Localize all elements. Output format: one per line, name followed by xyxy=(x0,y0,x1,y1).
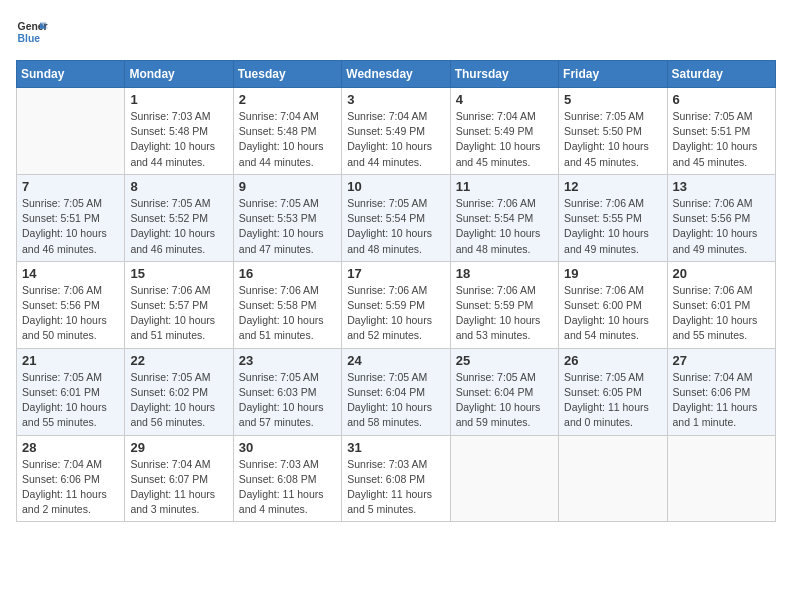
day-number: 21 xyxy=(22,353,119,368)
calendar-cell: 3Sunrise: 7:04 AM Sunset: 5:49 PM Daylig… xyxy=(342,88,450,175)
day-number: 24 xyxy=(347,353,444,368)
day-header-wednesday: Wednesday xyxy=(342,61,450,88)
calendar-cell: 23Sunrise: 7:05 AM Sunset: 6:03 PM Dayli… xyxy=(233,348,341,435)
day-info: Sunrise: 7:06 AM Sunset: 5:57 PM Dayligh… xyxy=(130,283,227,344)
day-number: 19 xyxy=(564,266,661,281)
day-info: Sunrise: 7:04 AM Sunset: 6:07 PM Dayligh… xyxy=(130,457,227,518)
calendar-week-2: 7Sunrise: 7:05 AM Sunset: 5:51 PM Daylig… xyxy=(17,174,776,261)
day-info: Sunrise: 7:05 AM Sunset: 6:01 PM Dayligh… xyxy=(22,370,119,431)
calendar-cell: 14Sunrise: 7:06 AM Sunset: 5:56 PM Dayli… xyxy=(17,261,125,348)
day-info: Sunrise: 7:05 AM Sunset: 5:51 PM Dayligh… xyxy=(673,109,770,170)
day-number: 20 xyxy=(673,266,770,281)
calendar-week-3: 14Sunrise: 7:06 AM Sunset: 5:56 PM Dayli… xyxy=(17,261,776,348)
day-number: 13 xyxy=(673,179,770,194)
calendar-cell xyxy=(17,88,125,175)
calendar-cell: 12Sunrise: 7:06 AM Sunset: 5:55 PM Dayli… xyxy=(559,174,667,261)
calendar-cell: 10Sunrise: 7:05 AM Sunset: 5:54 PM Dayli… xyxy=(342,174,450,261)
day-number: 7 xyxy=(22,179,119,194)
calendar-cell xyxy=(450,435,558,522)
day-info: Sunrise: 7:05 AM Sunset: 6:03 PM Dayligh… xyxy=(239,370,336,431)
calendar: SundayMondayTuesdayWednesdayThursdayFrid… xyxy=(16,60,776,522)
calendar-cell: 18Sunrise: 7:06 AM Sunset: 5:59 PM Dayli… xyxy=(450,261,558,348)
day-number: 16 xyxy=(239,266,336,281)
day-info: Sunrise: 7:04 AM Sunset: 5:49 PM Dayligh… xyxy=(456,109,553,170)
day-info: Sunrise: 7:05 AM Sunset: 5:51 PM Dayligh… xyxy=(22,196,119,257)
day-info: Sunrise: 7:05 AM Sunset: 6:04 PM Dayligh… xyxy=(347,370,444,431)
calendar-cell: 26Sunrise: 7:05 AM Sunset: 6:05 PM Dayli… xyxy=(559,348,667,435)
day-number: 28 xyxy=(22,440,119,455)
day-number: 25 xyxy=(456,353,553,368)
calendar-cell: 15Sunrise: 7:06 AM Sunset: 5:57 PM Dayli… xyxy=(125,261,233,348)
day-info: Sunrise: 7:06 AM Sunset: 5:59 PM Dayligh… xyxy=(347,283,444,344)
day-number: 30 xyxy=(239,440,336,455)
svg-text:Blue: Blue xyxy=(18,33,41,44)
calendar-week-1: 1Sunrise: 7:03 AM Sunset: 5:48 PM Daylig… xyxy=(17,88,776,175)
calendar-cell: 8Sunrise: 7:05 AM Sunset: 5:52 PM Daylig… xyxy=(125,174,233,261)
day-info: Sunrise: 7:05 AM Sunset: 6:04 PM Dayligh… xyxy=(456,370,553,431)
day-number: 26 xyxy=(564,353,661,368)
calendar-cell: 13Sunrise: 7:06 AM Sunset: 5:56 PM Dayli… xyxy=(667,174,775,261)
day-number: 11 xyxy=(456,179,553,194)
day-info: Sunrise: 7:04 AM Sunset: 5:49 PM Dayligh… xyxy=(347,109,444,170)
day-number: 27 xyxy=(673,353,770,368)
day-number: 14 xyxy=(22,266,119,281)
calendar-cell: 2Sunrise: 7:04 AM Sunset: 5:48 PM Daylig… xyxy=(233,88,341,175)
day-number: 4 xyxy=(456,92,553,107)
calendar-cell: 19Sunrise: 7:06 AM Sunset: 6:00 PM Dayli… xyxy=(559,261,667,348)
calendar-cell: 17Sunrise: 7:06 AM Sunset: 5:59 PM Dayli… xyxy=(342,261,450,348)
calendar-cell xyxy=(667,435,775,522)
day-header-friday: Friday xyxy=(559,61,667,88)
calendar-cell: 21Sunrise: 7:05 AM Sunset: 6:01 PM Dayli… xyxy=(17,348,125,435)
day-info: Sunrise: 7:06 AM Sunset: 5:56 PM Dayligh… xyxy=(22,283,119,344)
day-number: 23 xyxy=(239,353,336,368)
calendar-cell: 25Sunrise: 7:05 AM Sunset: 6:04 PM Dayli… xyxy=(450,348,558,435)
day-number: 29 xyxy=(130,440,227,455)
day-info: Sunrise: 7:05 AM Sunset: 5:52 PM Dayligh… xyxy=(130,196,227,257)
day-number: 3 xyxy=(347,92,444,107)
logo-icon: General Blue xyxy=(16,16,48,48)
day-number: 18 xyxy=(456,266,553,281)
calendar-cell: 11Sunrise: 7:06 AM Sunset: 5:54 PM Dayli… xyxy=(450,174,558,261)
calendar-cell: 24Sunrise: 7:05 AM Sunset: 6:04 PM Dayli… xyxy=(342,348,450,435)
page-header: General Blue xyxy=(16,16,776,48)
day-info: Sunrise: 7:05 AM Sunset: 5:54 PM Dayligh… xyxy=(347,196,444,257)
calendar-cell: 1Sunrise: 7:03 AM Sunset: 5:48 PM Daylig… xyxy=(125,88,233,175)
calendar-week-5: 28Sunrise: 7:04 AM Sunset: 6:06 PM Dayli… xyxy=(17,435,776,522)
calendar-cell: 9Sunrise: 7:05 AM Sunset: 5:53 PM Daylig… xyxy=(233,174,341,261)
day-number: 15 xyxy=(130,266,227,281)
day-info: Sunrise: 7:04 AM Sunset: 6:06 PM Dayligh… xyxy=(673,370,770,431)
day-number: 8 xyxy=(130,179,227,194)
day-number: 2 xyxy=(239,92,336,107)
day-info: Sunrise: 7:05 AM Sunset: 5:50 PM Dayligh… xyxy=(564,109,661,170)
calendar-cell: 28Sunrise: 7:04 AM Sunset: 6:06 PM Dayli… xyxy=(17,435,125,522)
day-number: 9 xyxy=(239,179,336,194)
calendar-header-row: SundayMondayTuesdayWednesdayThursdayFrid… xyxy=(17,61,776,88)
day-number: 12 xyxy=(564,179,661,194)
day-info: Sunrise: 7:05 AM Sunset: 5:53 PM Dayligh… xyxy=(239,196,336,257)
day-info: Sunrise: 7:04 AM Sunset: 6:06 PM Dayligh… xyxy=(22,457,119,518)
day-number: 6 xyxy=(673,92,770,107)
calendar-cell: 27Sunrise: 7:04 AM Sunset: 6:06 PM Dayli… xyxy=(667,348,775,435)
calendar-cell: 4Sunrise: 7:04 AM Sunset: 5:49 PM Daylig… xyxy=(450,88,558,175)
day-info: Sunrise: 7:04 AM Sunset: 5:48 PM Dayligh… xyxy=(239,109,336,170)
calendar-cell xyxy=(559,435,667,522)
day-info: Sunrise: 7:06 AM Sunset: 5:55 PM Dayligh… xyxy=(564,196,661,257)
day-info: Sunrise: 7:06 AM Sunset: 6:01 PM Dayligh… xyxy=(673,283,770,344)
day-info: Sunrise: 7:06 AM Sunset: 5:58 PM Dayligh… xyxy=(239,283,336,344)
day-info: Sunrise: 7:06 AM Sunset: 5:54 PM Dayligh… xyxy=(456,196,553,257)
day-number: 10 xyxy=(347,179,444,194)
calendar-cell: 7Sunrise: 7:05 AM Sunset: 5:51 PM Daylig… xyxy=(17,174,125,261)
day-header-saturday: Saturday xyxy=(667,61,775,88)
day-number: 22 xyxy=(130,353,227,368)
day-info: Sunrise: 7:03 AM Sunset: 6:08 PM Dayligh… xyxy=(347,457,444,518)
day-number: 31 xyxy=(347,440,444,455)
day-info: Sunrise: 7:03 AM Sunset: 6:08 PM Dayligh… xyxy=(239,457,336,518)
calendar-cell: 20Sunrise: 7:06 AM Sunset: 6:01 PM Dayli… xyxy=(667,261,775,348)
day-info: Sunrise: 7:05 AM Sunset: 6:05 PM Dayligh… xyxy=(564,370,661,431)
calendar-cell: 31Sunrise: 7:03 AM Sunset: 6:08 PM Dayli… xyxy=(342,435,450,522)
day-header-sunday: Sunday xyxy=(17,61,125,88)
day-number: 1 xyxy=(130,92,227,107)
day-number: 5 xyxy=(564,92,661,107)
calendar-cell: 22Sunrise: 7:05 AM Sunset: 6:02 PM Dayli… xyxy=(125,348,233,435)
day-info: Sunrise: 7:06 AM Sunset: 6:00 PM Dayligh… xyxy=(564,283,661,344)
